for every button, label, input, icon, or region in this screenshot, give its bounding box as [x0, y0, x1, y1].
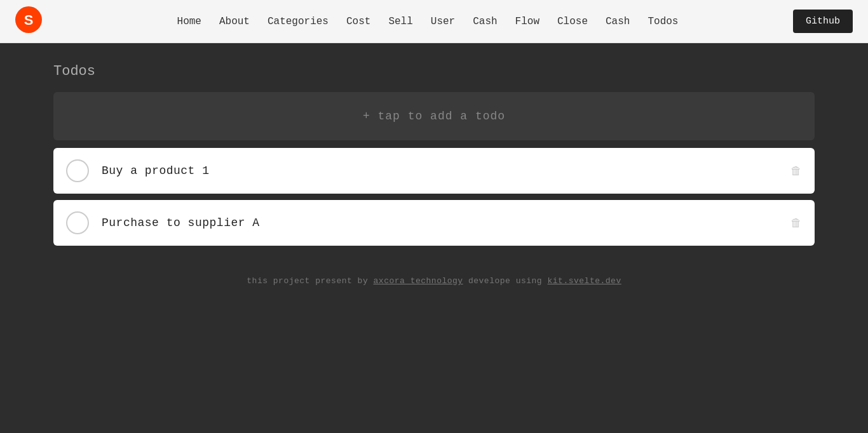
main-content: Todos + tap to add a todo Buy a product … [0, 43, 868, 306]
add-todo-text: + tap to add a todo [363, 110, 505, 123]
todo-delete-1[interactable]: 🗑 [790, 164, 802, 178]
nav-link-todos[interactable]: Todos [648, 16, 678, 27]
todo-delete-2[interactable]: 🗑 [790, 216, 802, 230]
add-todo-bar[interactable]: + tap to add a todo [53, 92, 815, 140]
footer-prefix: this project present by [247, 276, 373, 286]
todo-item-1: Buy a product 1 🗑 [53, 148, 815, 194]
nav-links: Home About Categories Cost Sell User Cas… [62, 16, 793, 27]
trash-icon-2: 🗑 [790, 217, 802, 230]
nav-link-categories[interactable]: Categories [268, 16, 329, 27]
footer-middle: develope using [463, 276, 548, 286]
nav-link-cash2[interactable]: Cash [606, 16, 630, 27]
logo[interactable]: S [15, 6, 62, 36]
nav-link-close[interactable]: Close [557, 16, 588, 27]
nav-link-flow[interactable]: Flow [515, 16, 539, 27]
footer-link-axcora[interactable]: axcora technology [374, 276, 463, 286]
nav-link-user[interactable]: User [431, 16, 455, 27]
svg-text:S: S [24, 12, 34, 28]
nav-link-sell[interactable]: Sell [388, 16, 412, 27]
todo-text-1: Buy a product 1 [102, 164, 783, 177]
footer: this project present by axcora technolog… [53, 276, 815, 286]
nav-link-home[interactable]: Home [177, 16, 201, 27]
navbar: S Home About Categories Cost Sell User C… [0, 0, 868, 43]
footer-link-svelte[interactable]: kit.svelte.dev [547, 276, 621, 286]
trash-icon-1: 🗑 [790, 165, 802, 178]
nav-link-cash[interactable]: Cash [473, 16, 497, 27]
todo-text-2: Purchase to supplier A [102, 216, 783, 229]
page-title: Todos [53, 63, 815, 79]
nav-link-about[interactable]: About [219, 16, 250, 27]
todo-checkbox-1[interactable] [66, 159, 89, 182]
nav-link-cost[interactable]: Cost [346, 16, 370, 27]
github-button[interactable]: Github [793, 10, 853, 33]
todo-checkbox-2[interactable] [66, 211, 89, 234]
todo-item-2: Purchase to supplier A 🗑 [53, 200, 815, 246]
